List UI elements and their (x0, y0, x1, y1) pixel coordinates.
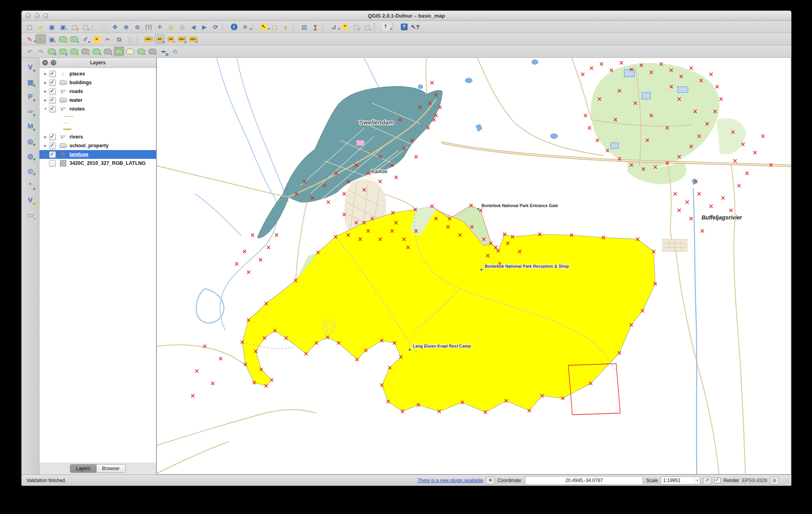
layer-row-buildings[interactable]: ▶buildings (40, 78, 156, 87)
deselect-features-button[interactable]: ▢ (269, 22, 280, 32)
toggle-editing-button[interactable]: ✎ (36, 34, 46, 44)
add-postgis-layer-button[interactable]: P✚ (24, 91, 36, 103)
cut-features-button[interactable]: ✂ (103, 34, 113, 44)
run-feature-action-button[interactable]: ✱▼ (240, 22, 250, 32)
pan-map-button[interactable]: ✥ (99, 22, 109, 32)
expander-icon[interactable]: ▶ (43, 98, 48, 102)
save-project-as-button[interactable]: ▣✎ (58, 22, 68, 32)
new-project-button[interactable]: ▢ (24, 22, 35, 32)
pan-map-to-selection-button[interactable]: ✥ (110, 22, 120, 32)
layer-row-routes[interactable]: ▼V°routes (40, 105, 156, 113)
offset-curve-button[interactable] (125, 47, 135, 56)
paste-features-button[interactable]: ▯ (125, 34, 135, 44)
undo-button[interactable]: ↶ (24, 47, 35, 56)
zoom-actual-size-button[interactable]: ⑴ (143, 22, 154, 32)
text-annotation-button[interactable]: T▼ (380, 22, 391, 32)
delete-selected-button[interactable]: × (91, 34, 102, 44)
help-contents-button[interactable]: ? (399, 22, 409, 32)
refresh-map-button[interactable]: ⟳ (210, 22, 221, 32)
expander-icon[interactable]: ▶ (43, 81, 48, 85)
add-wcs-layer-button[interactable]: ◍✚ (24, 150, 36, 162)
add-spatialite-layer-button[interactable]: ✑✚ (24, 106, 36, 117)
add-raster-layer-button[interactable]: ▦✚ (24, 77, 36, 88)
reshape-features-button[interactable]: ◣ (114, 47, 124, 56)
expander-icon[interactable]: ▶ (43, 135, 48, 139)
coordinate-input[interactable] (525, 476, 643, 485)
layer-visibility-checkbox[interactable] (49, 142, 56, 149)
rotate-label-button[interactable]: ab● (166, 34, 176, 44)
expander-icon[interactable]: ▶ (43, 144, 48, 148)
measure-line-button[interactable]: ⊿▼ (329, 22, 339, 32)
zoom-in-button[interactable]: ⊕ (121, 22, 131, 32)
crs-globe-icon[interactable]: ◍ (770, 476, 779, 484)
layer-row-places[interactable]: ▶∴places (40, 69, 156, 78)
text-annotation-dropdown-icon[interactable]: ▼ (390, 28, 392, 30)
move-label-button[interactable]: ab● (154, 34, 165, 44)
select-by-expression-button[interactable]: ε (281, 22, 291, 32)
zoom-next-button[interactable]: ▶ (199, 22, 210, 32)
layer-row-water[interactable]: ▶water (40, 96, 156, 105)
show-bookmarks-button[interactable]: ▢★ (362, 22, 372, 32)
scale-combobox[interactable]: 1:19951 ▼ (661, 476, 700, 484)
delete-part-button[interactable]: × (103, 47, 113, 56)
save-project-button[interactable]: ▣ (47, 22, 57, 32)
zoom-last-button[interactable]: ◀ (188, 22, 198, 32)
layer-row-roads[interactable]: ▶V°roads (40, 87, 156, 96)
panel-tab-browser[interactable]: Browser (96, 464, 126, 473)
add-oracle-layer-button[interactable]: ❜✚ (24, 180, 36, 191)
zoom-out-button[interactable]: ⊖ (132, 22, 143, 32)
composer-manager-button[interactable]: ▢✶ (80, 22, 91, 32)
plugin-available-link[interactable]: There is a new plugin available (417, 478, 483, 483)
add-mssql-layer-button[interactable]: M✚ (24, 121, 36, 132)
new-shapefile-layer-button[interactable]: V✱ (24, 195, 36, 206)
rotate-feature-button[interactable]: ⟳ (47, 47, 57, 56)
layer-visibility-checkbox[interactable] (49, 71, 56, 77)
panel-tab-layers[interactable]: Layers (70, 464, 96, 473)
redo-button[interactable]: ↷ (36, 47, 46, 56)
map-tips-button[interactable]: ❝ (340, 22, 350, 32)
add-feature-button[interactable]: ✱ (58, 34, 68, 44)
layer-visibility-checkbox[interactable] (49, 134, 56, 140)
rotate-point-symbols-button[interactable]: ⟲ (170, 47, 180, 56)
layer-visibility-checkbox[interactable] (49, 106, 56, 113)
new-bookmark-button[interactable]: ▢✚ (351, 22, 361, 32)
layer-row-school_property[interactable]: ▶school_property (40, 141, 156, 150)
save-layer-edits-button[interactable]: ▣✎ (47, 34, 57, 44)
plugin-icon[interactable]: ❖ (486, 476, 495, 484)
remove-layer-button[interactable]: ▭− (24, 210, 36, 221)
open-project-button[interactable]: ▰ (36, 22, 46, 32)
split-features-button[interactable]: ✂ (136, 47, 147, 56)
zoom-to-selection-button[interactable]: ◎ (177, 22, 187, 32)
layer-visibility-checkbox[interactable] (49, 160, 56, 167)
add-wms-layer-button[interactable]: ◍✚ (24, 136, 36, 147)
open-attribute-table-button[interactable]: ▤ (299, 22, 309, 32)
add-part-button[interactable]: ✱ (80, 47, 91, 56)
identify-features-button[interactable]: i (229, 22, 239, 32)
move-feature-button[interactable]: ➜ (69, 34, 79, 44)
add-ring-button[interactable]: ✱ (69, 47, 79, 56)
split-parts-button[interactable]: ✂ (147, 47, 158, 56)
layer-row-3420C_2010_327_RGB_LATLNG[interactable]: 3420C_2010_327_RGB_LATLNG (40, 159, 156, 168)
add-wfs-layer-button[interactable]: ◍✚ (24, 165, 36, 176)
select-features-button[interactable]: ↖▼ (258, 22, 269, 32)
simplify-feature-button[interactable]: ◆ (58, 47, 68, 56)
resize-grip[interactable]: ⋰ (783, 479, 788, 485)
show-hide-labels-button[interactable]: abc◉ (177, 34, 187, 44)
merge-selected-features-button[interactable]: ✒▦ (158, 47, 169, 56)
delete-ring-button[interactable]: × (91, 47, 102, 56)
render-checkbox[interactable] (715, 477, 721, 483)
expander-icon[interactable]: ▶ (43, 89, 48, 93)
zoom-full-extent-button[interactable]: ✛ (154, 22, 165, 32)
copy-features-button[interactable]: ⧉ (114, 34, 124, 44)
field-calculator-button[interactable]: ∑ (310, 22, 321, 32)
layer-visibility-checkbox[interactable] (49, 88, 56, 95)
stop-render-icon[interactable]: ✐ (703, 476, 712, 484)
combo-arrow-icon[interactable]: ▼ (694, 477, 700, 484)
whats-this-button[interactable]: ↖? (410, 22, 420, 32)
layer-row-rivers[interactable]: ▶V°rivers (40, 132, 156, 141)
run-feature-action-dropdown-icon[interactable]: ▼ (249, 28, 252, 30)
node-tool-button[interactable]: ✐● (80, 34, 91, 44)
layer-visibility-checkbox[interactable] (49, 151, 56, 158)
change-label-properties-button[interactable]: abc➜ (188, 34, 198, 44)
expander-icon[interactable]: ▶ (43, 72, 48, 76)
